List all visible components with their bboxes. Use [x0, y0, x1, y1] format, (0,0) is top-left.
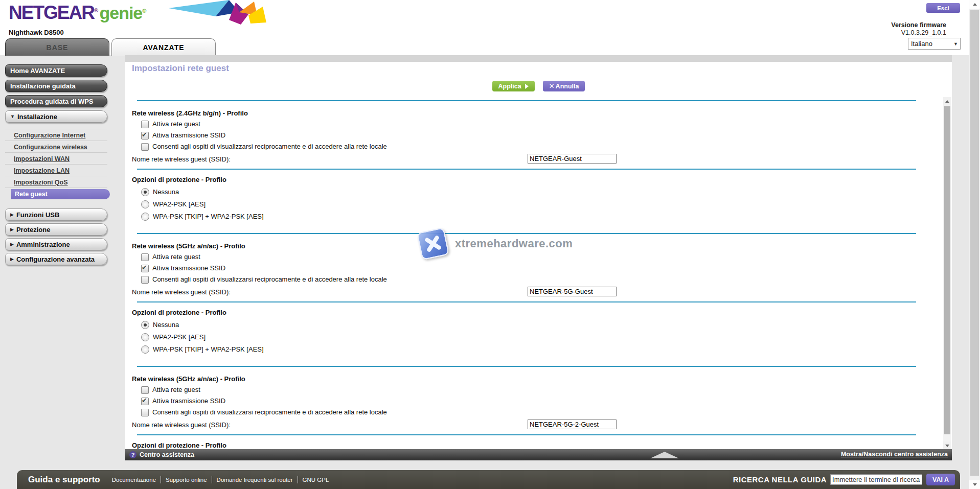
sidebar-sublink[interactable]: Configurazione wireless: [14, 144, 87, 151]
scroll-up-button[interactable]: [969, 0, 980, 9]
ssid-input[interactable]: [528, 420, 617, 429]
section-title: Opzioni di protezione - Profilo: [132, 441, 929, 450]
sidebar-sublink[interactable]: Configurazione Internet: [14, 132, 85, 139]
footer-link-item: GNU GPL: [298, 476, 334, 483]
footer-link[interactable]: Documentazione: [112, 477, 156, 483]
scrollbar-thumb[interactable]: [944, 106, 950, 434]
scroll-down-button[interactable]: [943, 441, 951, 450]
sidebar-sublink-item: Configurazione wireless: [5, 141, 107, 153]
checkbox[interactable]: [141, 276, 149, 284]
content-scrollbar[interactable]: [943, 97, 951, 450]
ssid-row: Nome rete wireless guest (SSID):: [132, 420, 929, 433]
page-scrollbar[interactable]: [969, 0, 980, 489]
checkbox[interactable]: [141, 398, 149, 405]
radio-label: WPA-PSK [TKIP] + WPA2-PSK [AES]: [153, 213, 264, 220]
checkbox[interactable]: [141, 409, 149, 416]
checkbox-row: Consenti agli ospiti di visualizzarsi re…: [132, 143, 929, 150]
section-title: Opzioni di protezione - Profilo: [132, 309, 929, 317]
footer-search: RICERCA NELLA GUIDA VAI A: [733, 474, 955, 485]
brand-name: NETGEAR®: [9, 2, 97, 23]
checkbox-row: Attiva trasmissione SSID: [132, 132, 929, 139]
registered-mark-icon: ®: [94, 7, 97, 13]
checkbox-label: Consenti agli ospiti di visualizzarsi re…: [152, 143, 387, 150]
footer-link[interactable]: Domande frequenti sul router: [217, 477, 293, 483]
radio-button[interactable]: [141, 333, 149, 341]
logout-button[interactable]: Esci: [926, 3, 960, 13]
scroll-down-button[interactable]: [969, 480, 980, 489]
sidebar-button[interactable]: Installazione guidata: [5, 80, 107, 92]
expand-up-arrow-icon[interactable]: [650, 452, 679, 458]
checkbox[interactable]: [141, 253, 149, 261]
radio-button[interactable]: [141, 213, 149, 221]
netgear-genie-logo: NETGEAR® genie®: [9, 2, 146, 24]
triangle-down-icon: [945, 445, 949, 447]
help-center-toggle-link[interactable]: Mostra/Nascondi centro assistenza: [841, 451, 948, 458]
radio-label: Nessuna: [153, 321, 179, 329]
checkbox[interactable]: [141, 265, 149, 272]
language-selected-value: Italiano: [911, 40, 932, 48]
help-search-input[interactable]: [830, 474, 922, 485]
device-model: Nighthawk D8500: [9, 29, 64, 36]
tab-advanced[interactable]: AVANZATE: [111, 38, 216, 56]
radio-row: Nessuna: [132, 321, 929, 329]
sidebar-sublink-item: Impostazioni QoS: [5, 176, 107, 188]
sidebar-sublink[interactable]: Impostazioni QoS: [14, 179, 68, 186]
wireless-profile-section: Rete wireless (5GHz a/n/ac) - Profilo At…: [132, 366, 929, 434]
cancel-button[interactable]: ✕ Annulla: [543, 81, 585, 91]
radio-button[interactable]: [141, 188, 149, 196]
checkbox-label: Attiva rete guest: [152, 121, 200, 128]
checkbox-row: Attiva trasmissione SSID: [132, 265, 929, 272]
security-options-section: Opzioni di protezione - Profilo: [132, 434, 929, 450]
sidebar-section-installazione[interactable]: ▼ Installazione: [5, 110, 107, 123]
section-title: Opzioni di protezione - Profilo: [132, 176, 929, 184]
checkbox-row: Consenti agli ospiti di visualizzarsi re…: [132, 409, 929, 416]
footer-link[interactable]: Supporto online: [166, 477, 207, 483]
chevron-down-icon: ▼: [10, 114, 15, 119]
triangle-up-icon: [945, 100, 949, 103]
section-title: Rete wireless (5GHz a/n/ac) - Profilo: [132, 375, 929, 383]
sidebar: Home AVANZATEInstallazione guidataProced…: [5, 64, 107, 268]
chevron-down-icon: ▼: [953, 41, 958, 46]
sidebar-collapsed-section[interactable]: ▶ Amministrazione: [5, 238, 107, 250]
scroll-up-button[interactable]: [943, 97, 951, 105]
checkbox-label: Attiva trasmissione SSID: [152, 398, 225, 405]
sidebar-button[interactable]: Procedura guidata di WPS: [5, 95, 107, 107]
search-go-button[interactable]: VAI A: [926, 474, 955, 485]
sidebar-section-label: Funzioni USB: [16, 211, 60, 219]
checkbox[interactable]: [141, 132, 149, 139]
footer-link[interactable]: GNU GPL: [303, 477, 329, 483]
sidebar-section-label: Configurazione avanzata: [16, 255, 95, 263]
sidebar-collapsed-section[interactable]: ▶ Funzioni USB: [5, 208, 107, 221]
arrow-right-icon: [525, 84, 529, 89]
sidebar-sublink[interactable]: Impostazione LAN: [14, 167, 70, 174]
radio-row: WPA-PSK [TKIP] + WPA2-PSK [AES]: [132, 213, 929, 221]
checkbox[interactable]: [141, 121, 149, 128]
ssid-row: Nome rete wireless guest (SSID):: [132, 154, 929, 168]
sidebar-item-rete-guest-selected[interactable]: Rete guest: [11, 189, 110, 199]
checkbox[interactable]: [141, 143, 149, 151]
chevron-right-icon: ▶: [10, 257, 14, 262]
question-mark-icon: ?: [129, 451, 136, 458]
checkbox[interactable]: [141, 386, 149, 394]
radio-button[interactable]: [141, 321, 149, 329]
sidebar-collapsed-section[interactable]: ▶ Configurazione avanzata: [5, 253, 107, 265]
radio-label: WPA2-PSK [AES]: [153, 334, 206, 341]
apply-button[interactable]: Applica: [492, 81, 535, 91]
sidebar-sublink[interactable]: Impostazioni WAN: [14, 155, 70, 162]
chevron-right-icon: ▶: [10, 242, 14, 247]
footer-link-item: Supporto online: [161, 476, 212, 483]
sidebar-collapsed-section[interactable]: ▶ Protezione: [5, 223, 107, 236]
sidebar-button[interactable]: Home AVANZATE: [5, 64, 107, 77]
ssid-input[interactable]: [528, 287, 617, 296]
checkbox-label: Attiva trasmissione SSID: [152, 132, 225, 139]
checkbox-row: Attiva trasmissione SSID: [132, 398, 929, 405]
tab-base[interactable]: BASE: [5, 38, 109, 56]
ssid-input[interactable]: [528, 154, 617, 164]
firmware-info: Versione firmware V1.0.3.29_1.0.1: [891, 21, 946, 37]
language-select[interactable]: Italiano ▼: [908, 38, 961, 50]
ssid-label: Nome rete wireless guest (SSID):: [132, 288, 231, 296]
scrollbar-thumb[interactable]: [970, 10, 979, 476]
search-label: RICERCA NELLA GUIDA: [733, 475, 827, 484]
radio-button[interactable]: [141, 345, 149, 354]
radio-button[interactable]: [141, 200, 149, 208]
